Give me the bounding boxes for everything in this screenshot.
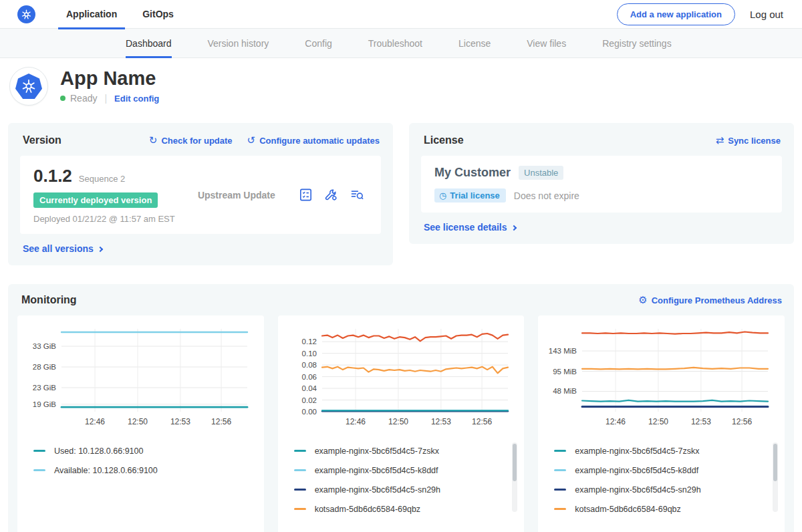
svg-text:12:53: 12:53 <box>170 417 190 426</box>
see-license-details-link[interactable]: See license details <box>424 222 507 233</box>
license-type-badge: ◷ Trial license <box>434 188 506 203</box>
tab-dashboard[interactable]: Dashboard <box>126 29 172 58</box>
legend-item: example-nginx-5bc6f5d4c5-k8ddf <box>294 460 518 480</box>
svg-text:23 GiB: 23 GiB <box>33 384 56 392</box>
legend-item: kotsadm-5db6dc6584-69qbz <box>554 499 778 519</box>
app-header: App Name Ready | Edit config <box>0 58 802 116</box>
legend-item: kotsadm-5db6dc6584-69qbz <box>294 499 518 519</box>
legend-label: example-nginx-5bc6f5d4c5-k8ddf <box>575 466 698 475</box>
sync-license-link[interactable]: ⇄ Sync license <box>716 136 781 146</box>
legend-label: example-nginx-5bc6f5d4c5-7zskx <box>315 446 439 456</box>
gear-icon: ⚙ <box>638 295 647 305</box>
check-for-update-link[interactable]: ↻ Check for update <box>149 136 233 146</box>
license-card: License ⇄ Sync license My Customer Unsta… <box>409 123 794 244</box>
license-detail-panel: My Customer Unstable ◷ Trial license Doe… <box>421 156 782 213</box>
chevron-right-icon <box>511 225 516 230</box>
svg-text:28 GiB: 28 GiB <box>33 363 56 371</box>
tab-config[interactable]: Config <box>305 29 331 58</box>
sync-arrows-icon: ⇄ <box>716 136 724 146</box>
license-expiry: Does not expire <box>514 190 579 201</box>
legend-scrollbar[interactable] <box>773 442 778 512</box>
memory-usage-panel: 143 MiB95 MiB48 MiB12:4612:5012:5312:56 … <box>538 315 785 532</box>
channel-badge: Unstable <box>519 166 563 180</box>
svg-text:0.02: 0.02 <box>301 396 316 404</box>
legend-label: kotsadm-5db6dc6584-69qbz <box>575 505 680 514</box>
page-title: App Name <box>60 68 159 88</box>
tab-license[interactable]: License <box>458 29 491 58</box>
disk-usage-panel: 33 GiB28 GiB23 GiB19 GiB12:4612:5012:531… <box>17 315 264 532</box>
legend-swatch <box>554 450 566 452</box>
legend-swatch <box>554 469 566 471</box>
legend-swatch <box>33 450 45 452</box>
tab-registry-settings[interactable]: Registry settings <box>602 29 671 58</box>
legend-label: kotsadm-5db6dc6584-69qbz <box>315 505 420 514</box>
app-sub-nav: Dashboard Version history Config Trouble… <box>0 29 802 58</box>
configure-prometheus-link[interactable]: ⚙ Configure Prometheus Address <box>638 295 782 305</box>
top-nav: Application GitOps Add a new application… <box>0 0 802 29</box>
legend-label: Available: 10.128.0.66:9100 <box>54 466 158 475</box>
legend-item: example-nginx-5bc6f5d4c5-7zskx <box>554 441 778 460</box>
deployed-timestamp: Deployed 01/21/22 @ 11:57 am EST <box>33 214 175 224</box>
logout-button[interactable]: Log out <box>750 9 783 20</box>
divider: | <box>104 93 107 104</box>
current-version-panel: 0.1.2 Sequence 2 Currently deployed vers… <box>20 156 381 234</box>
tab-view-files[interactable]: View files <box>527 29 566 58</box>
license-card-title: License <box>424 134 464 146</box>
refresh-icon: ↻ <box>149 136 158 146</box>
version-number: 0.1.2 <box>33 166 72 186</box>
memory-usage-chart: 143 MiB95 MiB48 MiB12:4612:5012:5312:56 <box>545 323 778 433</box>
svg-text:12:56: 12:56 <box>472 417 492 426</box>
tab-version-history[interactable]: Version history <box>208 29 269 58</box>
view-logs-icon[interactable] <box>349 187 365 203</box>
tab-troubleshoot[interactable]: Troubleshoot <box>368 29 422 58</box>
legend-swatch <box>294 450 306 452</box>
top-tab-gitops[interactable]: GitOps <box>134 0 182 29</box>
legend-item: Available: 10.128.0.66:9100 <box>33 460 257 480</box>
kubernetes-logo-icon[interactable] <box>17 5 35 23</box>
app-avatar <box>9 67 48 106</box>
legend-label: Used: 10.128.0.66:9100 <box>54 446 143 456</box>
legend-swatch <box>554 508 566 510</box>
svg-text:0.04: 0.04 <box>301 384 317 392</box>
clock-refresh-icon: ↺ <box>247 136 256 146</box>
version-card: Version ↻ Check for update ↺ Configure a… <box>8 123 393 265</box>
svg-text:12:46: 12:46 <box>606 417 626 426</box>
edit-config-icon[interactable] <box>323 187 339 203</box>
svg-text:12:56: 12:56 <box>732 417 752 426</box>
svg-text:12:50: 12:50 <box>648 417 668 426</box>
svg-text:12:46: 12:46 <box>85 417 105 426</box>
legend-item: example-nginx-5bc6f5d4c5-sn29h <box>554 480 778 499</box>
svg-text:19 GiB: 19 GiB <box>33 400 56 408</box>
monitoring-card: Monitoring ⚙ Configure Prometheus Addres… <box>8 284 794 532</box>
svg-text:12:53: 12:53 <box>691 417 711 426</box>
svg-text:0.12: 0.12 <box>301 338 316 346</box>
see-all-versions-link[interactable]: See all versions <box>23 243 94 254</box>
legend-swatch <box>294 489 306 491</box>
legend-swatch <box>554 489 566 491</box>
release-notes-icon[interactable] <box>298 187 313 203</box>
kubernetes-app-icon <box>15 74 42 99</box>
legend-label: example-nginx-5bc6f5d4c5-k8ddf <box>315 466 438 475</box>
monitoring-title: Monitoring <box>21 294 77 306</box>
configure-automatic-updates-link[interactable]: ↺ Configure automatic updates <box>247 136 380 146</box>
legend-scrollbar-thumb[interactable] <box>773 444 777 481</box>
legend-scrollbar-thumb[interactable] <box>513 444 517 481</box>
chevron-right-icon <box>98 246 103 251</box>
svg-text:33 GiB: 33 GiB <box>33 342 56 350</box>
version-sequence: Sequence 2 <box>79 174 125 184</box>
chart-svg: 33 GiB28 GiB23 GiB19 GiB12:4612:5012:531… <box>24 323 253 430</box>
add-new-application-button[interactable]: Add a new application <box>617 3 735 25</box>
svg-text:143 MiB: 143 MiB <box>549 347 577 355</box>
edit-config-link[interactable]: Edit config <box>114 94 159 104</box>
chart-legend: example-nginx-5bc6f5d4c5-7zskxexample-ng… <box>285 441 518 523</box>
disk-usage-chart: 33 GiB28 GiB23 GiB19 GiB12:4612:5012:531… <box>24 323 257 433</box>
legend-label: example-nginx-5bc6f5d4c5-sn29h <box>575 485 700 495</box>
cpu-usage-chart: 0.120.100.080.060.040.020.0012:4612:5012… <box>285 323 518 433</box>
top-tab-application[interactable]: Application <box>58 0 125 29</box>
legend-swatch <box>294 469 306 471</box>
stopwatch-icon: ◷ <box>439 191 446 200</box>
svg-text:95 MiB: 95 MiB <box>553 368 577 376</box>
currently-deployed-badge: Currently deployed version <box>33 192 158 208</box>
legend-scrollbar[interactable] <box>512 442 517 512</box>
legend-label: example-nginx-5bc6f5d4c5-sn29h <box>315 485 440 495</box>
